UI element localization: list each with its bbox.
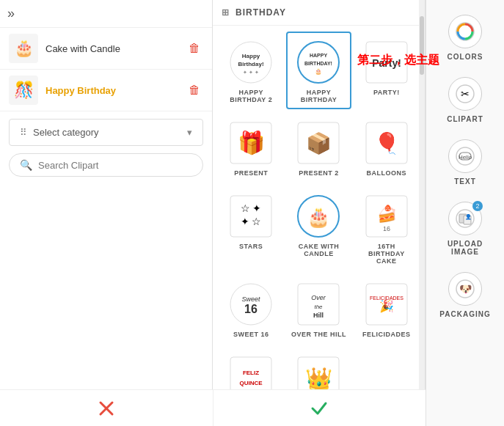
tool-packaging-label: PACKAGING [439, 310, 490, 318]
clipart-img-balloons: 🎈 [363, 120, 410, 166]
svg-text:🎂: 🎂 [307, 205, 331, 229]
tool-colors-label: COLORS [448, 53, 483, 61]
svg-text:QUINCE: QUINCE [240, 380, 263, 386]
clipart-img-hb: HAPPY BIRTHDAY! 🎂 [295, 39, 342, 86]
svg-text:the: the [315, 304, 324, 310]
svg-text:🎁: 🎁 [238, 130, 266, 156]
birthday-section-header: ⊞ BIRTHDAY [213, 0, 425, 26]
svg-text:📦: 📦 [306, 131, 332, 155]
tool-packaging[interactable]: 🐶 PACKAGING [432, 265, 498, 326]
clipart-img-present2: 📦 [295, 120, 342, 166]
clipart-img-stars: ☆ ✦ ✦ ☆ [227, 193, 274, 240]
tool-text-icon: Hello [448, 139, 482, 173]
svg-text:16: 16 [244, 303, 258, 315]
clipart-label-hb: HAPPY BIRTHDAY [291, 89, 346, 103]
sticker-item-cake[interactable]: 🎂 Cake with Candle 🗑 [0, 28, 212, 70]
svg-text:Sweet: Sweet [242, 295, 261, 303]
dots-icon: ⠿ [20, 127, 27, 138]
clipart-label-16th: 16TH BIRTHDAY CAKE [359, 243, 414, 265]
clipart-16th[interactable]: 🍰 16 16TH BIRTHDAY CAKE [354, 186, 419, 271]
chevron-down-icon: ▾ [187, 127, 192, 138]
search-input[interactable] [38, 160, 192, 171]
scrollbar-track[interactable] [419, 0, 425, 426]
bottom-action-bar [0, 389, 426, 426]
clipart-img-cake: 🎂 [295, 193, 342, 240]
right-panel: COLORS ✂ CLIPART Hello TEXT [426, 0, 504, 426]
svg-text:👤: 👤 [465, 213, 472, 220]
clipart-overhill[interactable]: Over the Hill OVER THE HILL [286, 273, 351, 344]
clipart-img-sweet16: Sweet 16 [227, 281, 274, 328]
sticker-item-birthday[interactable]: 🎊 Happy Birthday 🗑 [0, 70, 212, 111]
svg-text:🎂: 🎂 [315, 67, 322, 75]
svg-text:Happy: Happy [242, 53, 260, 59]
confirm-button[interactable] [213, 390, 426, 426]
tool-text-label: TEXT [454, 177, 476, 186]
search-icon: 🔍 [20, 159, 32, 171]
sticker-thumb-birthday: 🎊 [9, 76, 38, 105]
tool-packaging-icon: 🐶 [448, 272, 482, 306]
clipart-present2[interactable]: 📦 PRESENT 2 [286, 112, 351, 183]
tool-text[interactable]: Hello TEXT [432, 132, 498, 193]
svg-text:Party!: Party! [372, 57, 401, 69]
clipart-grid: Happy Birthday! ✦ ✦ ✦ HAPPY BIRTHDAY 2 H… [213, 26, 425, 400]
clipart-cake-candle[interactable]: 🎂 CAKE WITH CANDLE [286, 186, 351, 271]
sticker-name-birthday: Happy Birthday [45, 85, 186, 96]
cancel-button[interactable] [0, 390, 213, 426]
clipart-happy-birthday-2[interactable]: Happy Birthday! ✦ ✦ ✦ HAPPY BIRTHDAY 2 [219, 32, 283, 109]
clipart-stars[interactable]: ☆ ✦ ✦ ☆ STARS [219, 186, 283, 271]
clipart-present[interactable]: 🎁 PRESENT [219, 112, 283, 183]
svg-text:BIRTHDAY!: BIRTHDAY! [305, 61, 333, 66]
clipart-img-felicidades: FELICIDADES 🎉 [363, 281, 410, 328]
clipart-img-hb2: Happy Birthday! ✦ ✦ ✦ [227, 39, 274, 86]
clipart-label-stars: STARS [239, 243, 263, 250]
svg-text:Over: Over [312, 294, 327, 301]
clipart-label-felicidades: FELICIDADES [362, 331, 411, 338]
left-panel: » 🎂 Cake with Candle 🗑 🎊 Happy Birthday … [0, 0, 213, 426]
svg-text:✦ ☆: ✦ ☆ [241, 216, 262, 227]
svg-text:☆ ✦: ☆ ✦ [241, 202, 262, 214]
clipart-label-present: PRESENT [234, 169, 268, 177]
birthday-section-label: BIRTHDAY [235, 7, 286, 18]
clipart-happy-birthday[interactable]: HAPPY BIRTHDAY! 🎂 HAPPY BIRTHDAY [286, 32, 351, 109]
sticker-list: 🎂 Cake with Candle 🗑 🎊 Happy Birthday 🗑 [0, 28, 212, 111]
middle-panel: ⊞ BIRTHDAY Happy Birthday! ✦ ✦ ✦ HAPPY B… [213, 0, 426, 426]
svg-text:Birthday!: Birthday! [238, 61, 264, 67]
tool-colors-icon [448, 15, 482, 48]
clipart-label-sweet16: SWEET 16 [233, 331, 269, 338]
svg-text:🐶: 🐶 [459, 283, 472, 295]
svg-text:FELIZ: FELIZ [243, 370, 259, 376]
upload-badge: 2 [472, 201, 483, 211]
expand-button[interactable]: » [0, 0, 212, 28]
svg-text:🍰: 🍰 [376, 204, 397, 224]
svg-text:Hello: Hello [459, 154, 472, 161]
scrollbar-thumb [420, 16, 424, 75]
clipart-sweet16[interactable]: Sweet 16 SWEET 16 [219, 273, 283, 344]
clipart-label-present2: PRESENT 2 [299, 169, 339, 177]
category-label: Select category [33, 127, 99, 138]
svg-text:Hill: Hill [313, 312, 324, 319]
clipart-img-party: Party! [363, 39, 410, 86]
search-box: 🔍 [9, 153, 203, 177]
svg-text:👑: 👑 [305, 366, 333, 392]
clipart-label-balloons: BALLOONS [367, 169, 407, 177]
clipart-balloons[interactable]: 🎈 BALLOONS [354, 112, 419, 183]
delete-cake-button[interactable]: 🗑 [186, 39, 203, 58]
delete-birthday-button[interactable]: 🗑 [186, 81, 203, 100]
tool-colors[interactable]: COLORS [432, 7, 498, 68]
svg-text:16: 16 [383, 225, 390, 232]
clipart-img-overhill: Over the Hill [295, 281, 342, 328]
tool-upload[interactable]: 👤 2 UPLOAD IMAGE [432, 194, 498, 263]
svg-text:✂: ✂ [461, 88, 470, 100]
sticker-thumb-cake: 🎂 [9, 34, 38, 63]
svg-text:🎈: 🎈 [373, 131, 399, 155]
clipart-img-present: 🎁 [227, 120, 274, 166]
clipart-img-16th: 🍰 16 [363, 193, 410, 240]
tool-clipart-icon: ✂ [448, 77, 482, 111]
tool-clipart[interactable]: ✂ CLIPART [432, 70, 498, 131]
clipart-label-party: PARTY! [373, 89, 400, 96]
clipart-felicidades[interactable]: FELICIDADES 🎉 FELICIDADES [354, 273, 419, 344]
clipart-party[interactable]: Party! PARTY! [354, 32, 419, 109]
category-select[interactable]: ⠿ Select category ▾ [9, 119, 203, 146]
sticker-name-cake: Cake with Candle [45, 43, 186, 54]
tool-clipart-label: CLIPART [447, 115, 483, 123]
